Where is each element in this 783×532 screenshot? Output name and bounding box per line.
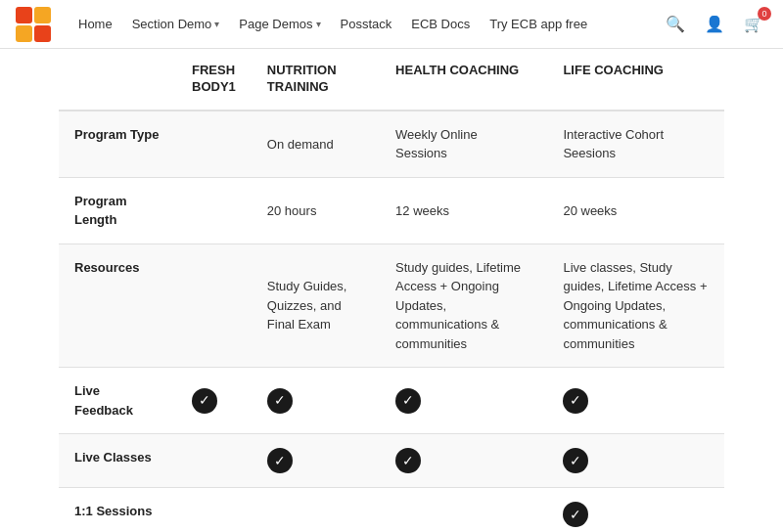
nav-section-demo[interactable]: Section Demo ▾ bbox=[124, 13, 228, 35]
table-cell-nutrition bbox=[252, 488, 380, 532]
nav-home[interactable]: Home bbox=[70, 13, 120, 35]
table-row: Live Classes✓✓✓ bbox=[59, 434, 724, 488]
nav-icons: 🔍 👤 🛒 0 bbox=[662, 11, 767, 38]
chevron-down-icon: ▾ bbox=[214, 19, 219, 29]
logo[interactable] bbox=[16, 7, 51, 42]
table-cell-nutrition: On demand bbox=[252, 111, 380, 178]
comparison-table: FRESH BODY1 NUTRITION TRAINING HEALTH CO… bbox=[59, 49, 724, 532]
table-cell-life: Interactive Cohort Seesions bbox=[547, 111, 724, 178]
nav-links: Home Section Demo ▾ Page Demos ▾ Posstac… bbox=[70, 13, 662, 35]
table-cell-health: Study guides, Lifetime Access + Ongoing … bbox=[380, 244, 547, 368]
col-header-nutrition: NUTRITION TRAINING bbox=[252, 49, 380, 111]
search-icon: 🔍 bbox=[666, 15, 685, 33]
check-icon: ✓ bbox=[563, 502, 588, 527]
table-cell-life: 20 weeks bbox=[547, 177, 724, 244]
col-header-label bbox=[59, 49, 176, 111]
check-icon: ✓ bbox=[563, 448, 588, 473]
check-icon: ✓ bbox=[563, 388, 588, 414]
nav-try-ecb[interactable]: Try ECB app free bbox=[482, 13, 595, 35]
table-row: ResourcesStudy Guides, Quizzes, and Fina… bbox=[59, 244, 724, 368]
chevron-down-icon: ▾ bbox=[316, 19, 321, 29]
table-cell-label: Program Type bbox=[59, 111, 176, 178]
table-cell-life: Live classes, Study guides, Lifetime Acc… bbox=[547, 244, 724, 368]
user-icon: 👤 bbox=[705, 15, 724, 33]
col-header-health: HEALTH COACHING bbox=[380, 49, 547, 111]
table-cell-health: 12 weeks bbox=[380, 177, 547, 244]
check-icon: ✓ bbox=[267, 448, 293, 473]
cart-badge: 0 bbox=[758, 7, 771, 21]
col-header-life: LIFE COACHING bbox=[547, 49, 724, 111]
table-cell-health bbox=[380, 488, 547, 532]
nav-ecb-docs[interactable]: ECB Docs bbox=[403, 13, 478, 35]
table-cell-life: ✓ bbox=[547, 488, 724, 532]
table-cell-nutrition: 20 hours bbox=[252, 177, 380, 244]
table-cell-health: ✓ bbox=[380, 434, 547, 488]
table-cell-label: Live Feedback bbox=[59, 368, 176, 434]
table-cell-fresh: ✓ bbox=[176, 368, 252, 434]
table-cell-fresh bbox=[176, 244, 252, 368]
table-cell-health: ✓ bbox=[380, 368, 547, 434]
nav-page-demos[interactable]: Page Demos ▾ bbox=[231, 13, 328, 35]
table-header-row: FRESH BODY1 NUTRITION TRAINING HEALTH CO… bbox=[59, 49, 724, 111]
table-row: 1:1 Sessions✓ bbox=[59, 488, 724, 532]
table-cell-fresh bbox=[176, 177, 252, 244]
table-row: Live Feedback✓✓✓✓ bbox=[59, 368, 724, 434]
table-cell-label: 1:1 Sessions bbox=[59, 488, 176, 532]
comparison-table-container: FRESH BODY1 NUTRITION TRAINING HEALTH CO… bbox=[0, 49, 783, 532]
nav-posstack[interactable]: Posstack bbox=[333, 13, 400, 35]
search-button[interactable]: 🔍 bbox=[662, 11, 689, 38]
check-icon: ✓ bbox=[395, 448, 421, 473]
table-cell-fresh bbox=[176, 488, 252, 532]
cart-button[interactable]: 🛒 0 bbox=[740, 11, 767, 38]
check-icon: ✓ bbox=[395, 388, 421, 414]
check-icon: ✓ bbox=[267, 388, 293, 414]
account-button[interactable]: 👤 bbox=[701, 11, 728, 38]
table-cell-life: ✓ bbox=[547, 368, 724, 434]
table-cell-life: ✓ bbox=[547, 434, 724, 488]
table-cell-fresh bbox=[176, 434, 252, 488]
table-cell-fresh bbox=[176, 111, 252, 178]
table-cell-nutrition: ✓ bbox=[252, 434, 380, 488]
col-header-fresh: FRESH BODY1 bbox=[176, 49, 252, 111]
table-cell-health: Weekly Online Sessions bbox=[380, 111, 547, 178]
table-cell-label: Resources bbox=[59, 244, 176, 368]
table-row: Program Length20 hours12 weeks20 weeks bbox=[59, 177, 724, 244]
table-row: Program TypeOn demandWeekly Online Sessi… bbox=[59, 111, 724, 178]
check-icon: ✓ bbox=[192, 388, 217, 414]
table-cell-label: Live Classes bbox=[59, 434, 176, 488]
table-cell-nutrition: Study Guides, Quizzes, and Final Exam bbox=[252, 244, 380, 368]
navbar: Home Section Demo ▾ Page Demos ▾ Posstac… bbox=[0, 0, 783, 49]
table-cell-label: Program Length bbox=[59, 177, 176, 244]
table-cell-nutrition: ✓ bbox=[252, 368, 380, 434]
